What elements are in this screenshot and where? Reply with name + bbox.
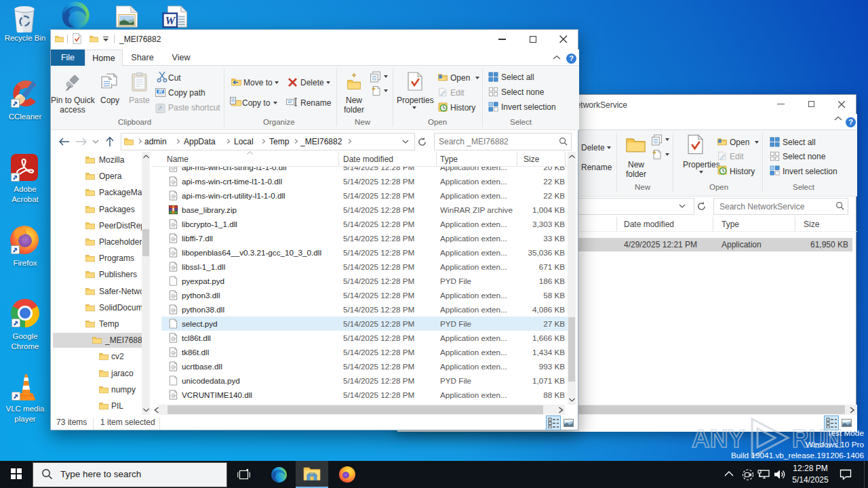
svg-text:W: W: [158, 89, 163, 94]
svg-text:W: W: [165, 14, 176, 27]
